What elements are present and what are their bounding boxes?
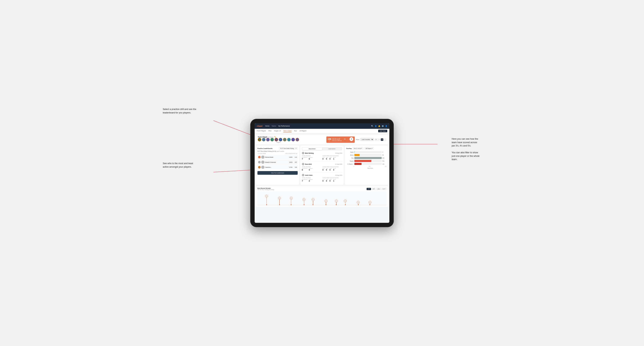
player-score-2: 18/20	[288, 162, 292, 163]
ott-value-3: 0	[322, 180, 324, 182]
leaderboard-row-3: 3 Cameron... 17/20 103	[258, 165, 298, 170]
activity-player-3: Josh Coles 26 Aug 2023 Total Rounds Tour…	[302, 174, 342, 183]
view-sort-icon[interactable]: ↕	[384, 138, 386, 141]
avatar-6[interactable]: 👤	[279, 138, 282, 141]
tab-most-active[interactable]: Most Active	[302, 148, 322, 150]
subnav-tour[interactable]: Tour	[294, 130, 297, 132]
subnav-pga[interactable]: PGA	[268, 130, 272, 132]
streak-badge-3: 5x	[302, 198, 306, 201]
total-practice-label-3: Total Practice Activities	[322, 177, 342, 178]
practice-leaderboard-card: Practice Leaderboards PUTT Must Make Put…	[256, 146, 299, 185]
view-table-icon[interactable]: ▤	[381, 138, 383, 141]
search-icon[interactable]: 🔍	[371, 125, 373, 127]
scoring-filter1[interactable]: Par 3, 4 & 5s ▾	[352, 147, 363, 150]
tournament-value-3: 7	[302, 180, 308, 182]
view-full-leaderboard-button[interactable]: View Full Leaderboard	[258, 171, 298, 175]
putt-value-1: 1	[333, 158, 336, 160]
shot-unit: SC	[329, 140, 330, 141]
bar-track-0	[354, 151, 382, 153]
streak-dot-5	[326, 204, 326, 205]
chart-xlabel: Total Shots	[346, 168, 386, 169]
subnav-all[interactable]: All Players	[300, 130, 306, 132]
subnav-pgat[interactable]: PGAT Players	[257, 130, 266, 132]
settings-icon[interactable]: ⚙️	[382, 125, 384, 127]
nav-link-performance[interactable]: My Performance	[278, 125, 290, 127]
team-header-left: Team Clippd 14 Players ✏️ 👤 👤 👤 👤 👤 �	[258, 136, 299, 143]
sub-navbar: PGAT Players PGA Hcaps 1-5 Team Clippd T…	[254, 129, 390, 133]
annotation-top-left: Select a practice drill and see the lead…	[163, 107, 198, 114]
bar-row-bogeys: Bogeys 311	[347, 160, 386, 162]
practice-value-1: 6	[309, 158, 313, 160]
streak-badge-2: 6x	[290, 197, 292, 199]
bar-value-3: 311	[382, 161, 386, 162]
arg-value-1: 0	[330, 158, 332, 160]
activity-avatar-2	[302, 163, 304, 165]
bar-label-1: Birdies	[347, 155, 354, 156]
streaks-tab-app[interactable]: APP	[372, 188, 376, 190]
rank-badge-1: 1	[258, 156, 260, 158]
nav-link-home[interactable]: Home	[265, 125, 269, 127]
shot-card: 198 SC Shot Dist: 16 yds Start Lie: Roug…	[326, 137, 355, 143]
streak-line-7	[345, 202, 346, 204]
streak-pin-5: 4x	[324, 199, 328, 205]
bar-row-d.-bogeys-+: D. Bogeys + 131	[347, 163, 386, 165]
shot-circle-2: 0	[350, 137, 353, 141]
shot-details: Shot Dist: 16 yds Start Lie: Rough End L…	[332, 138, 342, 141]
app-value-1: 0	[326, 158, 328, 160]
tab-least-active[interactable]: Least Active	[322, 148, 342, 150]
scoring-filter2[interactable]: All Players ▾	[364, 147, 374, 150]
streak-badge-0: 7x	[265, 195, 268, 197]
leaderboard-dropdown[interactable]: PUTT Must Make Putting ... ▾	[279, 147, 298, 150]
streak-dot-1	[279, 204, 280, 205]
user-avatar-icon[interactable]: 👤	[385, 125, 387, 127]
avatar-5[interactable]: 👤	[274, 138, 278, 141]
rank-badge-3: 3	[258, 166, 260, 169]
bar-value-2: 499	[382, 158, 386, 159]
edit-team-icon[interactable]: ✏️	[274, 136, 276, 138]
chart-axis: 0 200 400	[346, 166, 386, 167]
activity-tabs: Most Active Least Active	[302, 147, 342, 151]
navbar: clippd Home Teams My Performance 🔍 👤 🔔 ⚙…	[254, 123, 390, 129]
ott-value-2: 0	[322, 169, 324, 171]
nav-link-teams[interactable]: Teams	[272, 125, 276, 127]
avatar-8[interactable]: 👤	[287, 138, 291, 141]
activity-player-2: Rees Britt 02 Sep 2023 Total Rounds Tour…	[302, 163, 342, 173]
activity-name-1: Blair McHarg	[305, 152, 314, 154]
avatar-7[interactable]: 👤	[283, 138, 286, 141]
streaks-tab-putt[interactable]: PUTT	[382, 188, 386, 190]
avatar-4[interactable]: 👤	[270, 138, 274, 141]
person-icon[interactable]: 👤	[375, 125, 377, 127]
streak-pin-2: 6x	[290, 197, 292, 205]
view-list-icon[interactable]: ≡	[378, 138, 380, 141]
avatar-10[interactable]: 👤	[296, 138, 299, 141]
view-grid-icon[interactable]: ⊞	[375, 138, 377, 141]
subnav-hcaps[interactable]: Hcaps 1-5	[274, 130, 281, 132]
avatar-2[interactable]: 👤	[262, 138, 266, 141]
add-team-button[interactable]: Add Team	[378, 130, 387, 132]
subnav-team[interactable]: Team Clippd	[283, 130, 292, 132]
avatar-9[interactable]: 👤	[292, 138, 295, 141]
avatar-3[interactable]: 👤	[266, 138, 270, 141]
streak-line-4	[313, 201, 313, 204]
rank-badge-2: 2	[258, 161, 260, 163]
streak-badge-7: 4x	[344, 199, 347, 202]
streak-dot-3	[304, 204, 304, 205]
streaks-tabs: OTT APP ARG PUTT	[366, 188, 386, 190]
streak-dot-4	[312, 204, 314, 205]
streak-pin-3: 5x	[302, 198, 306, 205]
player-avg-3: 103	[293, 167, 297, 168]
player-name-3: Cameron...	[265, 167, 287, 168]
streaks-tab-ott[interactable]: OTT	[366, 188, 371, 190]
nav-links: Home Teams My Performance	[265, 125, 290, 127]
streak-pin-1: 6x	[278, 197, 281, 205]
show-label: Show:	[356, 139, 360, 140]
show-select[interactable]: Last 3 months Last 6 months Last year	[360, 138, 374, 141]
avatar-1[interactable]: 👤	[258, 138, 261, 141]
streak-dot-2	[291, 204, 292, 205]
practice-value-3: 2	[309, 180, 313, 182]
streaks-tab-arg[interactable]: ARG	[376, 188, 381, 190]
activity-date-1: 26 Aug 2023	[335, 153, 342, 154]
leaderboard-row-1: 1 Richard Butler 19/20 110	[258, 155, 298, 159]
total-practice-label-1: Total Practice Activities	[322, 155, 342, 156]
bell-icon[interactable]: 🔔	[378, 125, 380, 127]
